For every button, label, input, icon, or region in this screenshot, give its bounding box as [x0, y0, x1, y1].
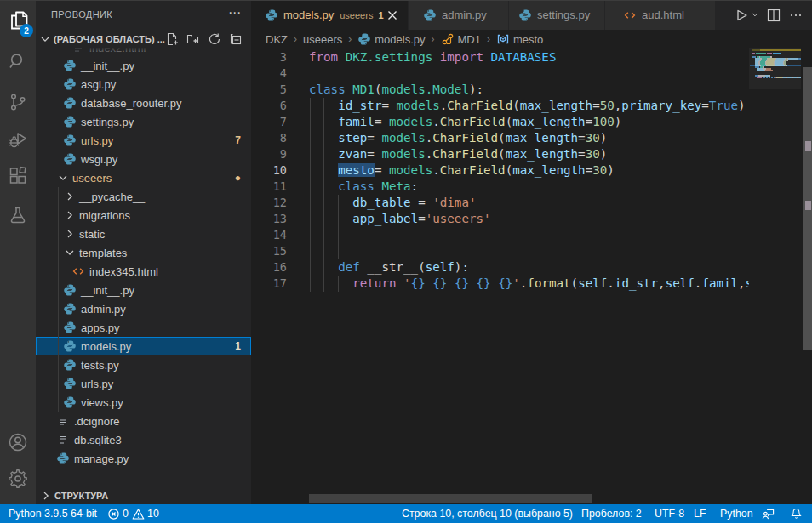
tree-item-wsgi.py[interactable]: wsgi.py — [36, 150, 251, 168]
minimap-code-segment — [763, 77, 765, 78]
tab-aud.html[interactable]: aud.html — [605, 0, 716, 30]
sidebar-more-actions-icon[interactable]: ⋯ — [228, 5, 241, 20]
python-icon — [63, 152, 77, 166]
tab-settings.py[interactable]: settings.py — [509, 0, 605, 30]
code-token: . — [607, 276, 615, 290]
line-number: 13 — [251, 211, 287, 227]
tree-item-migrations[interactable]: migrations — [36, 206, 251, 225]
tree-item-static[interactable]: static — [36, 225, 251, 243]
collapse-all-icon[interactable] — [229, 32, 243, 46]
tree-item-tests.py[interactable]: tests.py — [36, 355, 251, 374]
tree-item-views.py[interactable]: views.py — [36, 393, 251, 412]
activity-bar-item-account[interactable] — [0, 424, 36, 461]
activity-bar-item-run-debug[interactable] — [0, 121, 36, 158]
tree-item--init-.py[interactable]: __init__.py — [36, 281, 251, 299]
new-folder-icon[interactable] — [186, 32, 200, 46]
activity-bar-item-explorer[interactable]: 2 — [0, 2, 36, 39]
tree-item-label: db.sqlite3 — [74, 434, 122, 446]
breadcrumb-item-models.py[interactable]: models.py — [357, 32, 425, 46]
tree-item-db.sqlite3[interactable]: db.sqlite3 — [36, 430, 251, 449]
python-icon — [357, 32, 371, 46]
code-token: models — [381, 131, 425, 145]
tree-item-apps.py[interactable]: apps.py — [36, 318, 251, 337]
chevron-right-icon — [63, 190, 77, 203]
tree-item-manage.py[interactable]: manage.py — [36, 449, 251, 468]
tab-models.py[interactable]: models.pyuseeers1 — [251, 0, 409, 30]
status-пробелов-2[interactable]: Пробелов: 2 — [581, 504, 642, 523]
breadcrumb-label: models.py — [375, 33, 425, 46]
workspace-section-header[interactable]: (РАБОЧАЯ ОБЛАСТЬ) ... — [36, 31, 251, 48]
breadcrumb-item-useeers[interactable]: useeers — [303, 33, 342, 46]
tree-item-templates[interactable]: templates — [36, 243, 251, 262]
refresh-icon[interactable] — [208, 32, 221, 46]
code-token: = — [381, 99, 396, 112]
status-warning[interactable]: 10 — [132, 504, 159, 523]
code-token: famil — [338, 115, 375, 128]
code-token: = — [701, 99, 709, 112]
horizontal-scrollbar-thumb[interactable] — [309, 494, 592, 503]
python-icon — [63, 134, 77, 147]
tree-item-urls.py[interactable]: urls.py7 — [36, 131, 251, 150]
code-token — [309, 179, 338, 193]
new-file-icon[interactable] — [165, 32, 179, 46]
tree-item-admin.py[interactable]: admin.py — [36, 299, 251, 318]
code-token — [309, 163, 338, 177]
status-python[interactable]: Python — [720, 504, 753, 523]
code-token: , — [738, 276, 746, 290]
minimap-code-segment — [752, 53, 755, 54]
status-python-3-9-5-64-bit[interactable]: Python 3.9.5 64-bit — [9, 504, 97, 523]
code-token: max_length — [506, 131, 578, 145]
minimap[interactable] — [749, 48, 801, 504]
tree-item-database-roouter.py[interactable]: database_roouter.py — [36, 94, 251, 112]
breadcrumb-separator: › — [294, 33, 297, 45]
status-label: Пробелов: 2 — [581, 508, 642, 520]
line-number: 8 — [251, 130, 287, 146]
workspace-section-actions — [165, 32, 243, 46]
breadcrumb-item-mesto[interactable]: mesto — [496, 32, 543, 46]
activity-bar-item-source-control[interactable] — [0, 83, 36, 121]
tree-item-useeers[interactable]: useeers● — [36, 168, 251, 187]
code-token — [346, 82, 353, 96]
activity-bar-item-settings[interactable] — [0, 460, 36, 497]
tab-admin.py[interactable]: admin.py — [409, 0, 509, 30]
status-feedback[interactable] — [762, 504, 775, 523]
breadcrumb-separator: › — [348, 33, 352, 45]
status-строка-10-столбец-10-выбрано[interactable]: Строка 10, столбец 10 (выбрано 5) — [402, 504, 573, 523]
status-label: Python 3.9.5 64-bit — [9, 508, 97, 520]
split-editor-icon[interactable] — [766, 8, 781, 23]
outline-section-header[interactable]: СТРУКТУРА — [36, 486, 251, 504]
breadcrumb-item-MD1[interactable]: MD1 — [441, 32, 481, 46]
activity-bar-item-testing[interactable] — [0, 196, 36, 234]
activity-bar-item-search[interactable] — [0, 43, 36, 80]
tree-item-asgi.py[interactable]: asgi.py — [36, 75, 251, 94]
code-token — [397, 276, 404, 290]
status-lf[interactable]: LF — [694, 504, 706, 523]
code-token: {} — [498, 276, 512, 290]
tree-item-index345.html[interactable]: index345.html — [36, 262, 251, 281]
python-icon — [518, 9, 532, 22]
tree-item-settings.py[interactable]: settings.py — [36, 112, 251, 131]
run-icon[interactable] — [734, 8, 749, 23]
breadcrumb-item-DKZ[interactable]: DKZ — [266, 33, 288, 46]
code-token: db_table — [352, 196, 410, 209]
tree-item-.dcignore[interactable]: .dcignore — [36, 412, 251, 430]
tree-item--pycache-[interactable]: __pycache__ — [36, 187, 251, 206]
code-token: 30 — [586, 147, 600, 161]
code-token: id_str — [615, 276, 658, 290]
status-utf-8[interactable]: UTF-8 — [655, 504, 684, 523]
status-error[interactable]: 0 — [107, 504, 129, 523]
more-icon[interactable] — [788, 8, 803, 23]
chevron-down-icon[interactable] — [751, 8, 759, 23]
activity-bar-item-extensions[interactable] — [0, 157, 36, 195]
minimap-code-segment — [756, 53, 766, 54]
status-bell[interactable] — [790, 504, 803, 523]
close-icon[interactable] — [386, 9, 399, 22]
tree-item-models.py[interactable]: models.py1 — [36, 337, 251, 355]
status-label: 0 — [123, 508, 129, 520]
code-area[interactable]: 3from DKZ.settings import DATABASES45cla… — [251, 48, 749, 504]
line-number: 14 — [251, 227, 287, 243]
tree-item--init-.py[interactable]: __init__.py — [36, 56, 251, 75]
minimap-code-segment — [798, 58, 801, 60]
tree-item-urls.py[interactable]: urls.py — [36, 374, 251, 393]
code-token: ( — [418, 260, 426, 274]
